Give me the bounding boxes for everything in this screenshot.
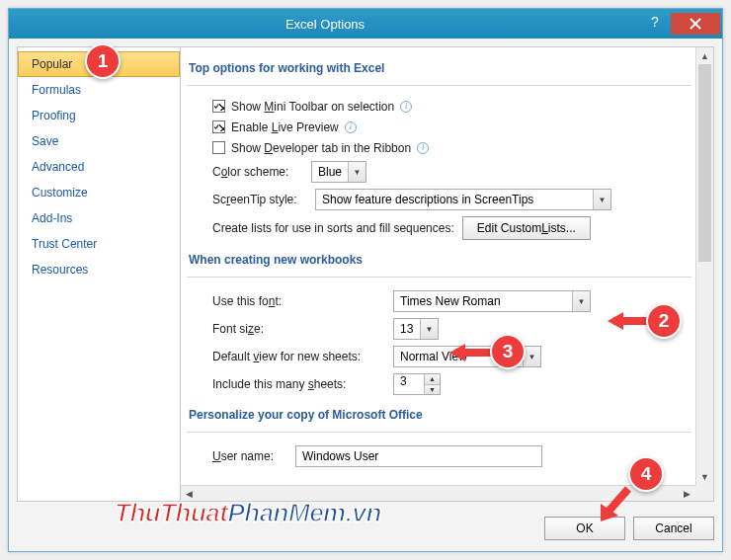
annotation-arrow-3 bbox=[449, 342, 493, 363]
screentip-label: ScreenTip style: bbox=[212, 193, 307, 206]
sidebar-item-resources[interactable]: Resources bbox=[18, 257, 180, 282]
spinner-arrows[interactable]: ▲▼ bbox=[424, 374, 440, 394]
sidebar-item-label: Formulas bbox=[32, 83, 81, 97]
sidebar-item-trustcenter[interactable]: Trust Center bbox=[18, 231, 180, 257]
font-combo[interactable]: Times New Roman ▼ bbox=[393, 290, 591, 312]
help-button[interactable]: ? bbox=[641, 14, 669, 34]
sidebar-item-advanced[interactable]: Advanced bbox=[18, 154, 180, 180]
developer-tab-checkbox[interactable] bbox=[212, 141, 225, 154]
username-value: Windows User bbox=[302, 449, 378, 463]
chevron-down-icon: ▼ bbox=[572, 291, 590, 311]
font-label: Use this font: bbox=[212, 294, 385, 308]
sidebar-item-label: Advanced bbox=[32, 160, 84, 174]
sheets-value: 3 bbox=[394, 374, 424, 394]
mini-toolbar-checkbox[interactable] bbox=[212, 100, 225, 113]
window-title: Excel Options bbox=[9, 17, 641, 32]
live-preview-checkbox[interactable] bbox=[212, 120, 225, 133]
sheets-spinner[interactable]: 3 ▲▼ bbox=[393, 373, 441, 395]
annotation-badge-4: 4 bbox=[628, 456, 664, 492]
font-size-combo[interactable]: 13 ▼ bbox=[393, 318, 439, 340]
mini-toolbar-label: Show Mini Toolbar on selection bbox=[231, 100, 394, 114]
custom-lists-label: Create lists for use in sorts and fill s… bbox=[212, 221, 454, 235]
annotation-badge-1: 1 bbox=[85, 43, 121, 79]
live-preview-label: Enable Live Preview bbox=[231, 120, 339, 134]
scrollbar-corner bbox=[695, 485, 713, 501]
sidebar-item-formulas[interactable]: Formulas bbox=[18, 77, 180, 103]
sidebar-item-label: Trust Center bbox=[32, 237, 97, 251]
sidebar-item-label: Save bbox=[32, 134, 58, 148]
sidebar-item-label: Customize bbox=[32, 186, 88, 200]
sidebar-item-addins[interactable]: Add-Ins bbox=[18, 205, 180, 231]
font-size-value: 13 bbox=[394, 322, 420, 336]
screentip-value: Show feature descriptions in ScreenTips bbox=[316, 193, 593, 206]
annotation-arrow-4 bbox=[597, 486, 636, 525]
info-icon: i bbox=[400, 101, 412, 113]
color-scheme-value: Blue bbox=[312, 165, 348, 179]
sidebar-item-label: Popular bbox=[32, 57, 72, 71]
info-icon: i bbox=[345, 121, 357, 133]
close-icon bbox=[690, 18, 701, 30]
username-input[interactable]: Windows User bbox=[295, 445, 542, 467]
chevron-down-icon: ▼ bbox=[420, 319, 438, 339]
category-sidebar: Popular Formulas Proofing Save Advanced … bbox=[17, 46, 181, 502]
sidebar-item-save[interactable]: Save bbox=[18, 128, 180, 154]
default-view-label: Default view for new sheets: bbox=[212, 350, 385, 363]
sheets-label: Include this many sheets: bbox=[212, 377, 385, 391]
close-button[interactable] bbox=[671, 13, 720, 35]
section-heading-top: Top options for working with Excel bbox=[187, 51, 691, 86]
annotation-badge-2: 2 bbox=[646, 303, 682, 339]
titlebar: Excel Options ? bbox=[9, 9, 722, 39]
section-heading-personalize: Personalize your copy of Microsoft Offic… bbox=[187, 398, 691, 433]
font-size-label: Font size: bbox=[212, 322, 385, 336]
color-scheme-label: Color scheme: bbox=[212, 165, 303, 179]
chevron-down-icon: ▼ bbox=[593, 190, 610, 209]
scrollbar-thumb[interactable] bbox=[698, 64, 711, 262]
developer-tab-label: Show Developer tab in the Ribbon bbox=[231, 141, 411, 155]
screentip-combo[interactable]: Show feature descriptions in ScreenTips … bbox=[315, 189, 611, 210]
section-heading-newwb: When creating new workbooks bbox=[187, 243, 691, 278]
excel-options-dialog: Excel Options ? Popular Formulas Proofin… bbox=[8, 8, 723, 552]
color-scheme-combo[interactable]: Blue ▼ bbox=[311, 161, 366, 183]
info-icon: i bbox=[417, 142, 429, 154]
options-main-panel: Top options for working with Excel Show … bbox=[181, 46, 714, 502]
cancel-button-label: Cancel bbox=[655, 521, 691, 535]
annotation-arrow-2 bbox=[608, 310, 649, 332]
sidebar-item-proofing[interactable]: Proofing bbox=[18, 103, 180, 128]
watermark: ThuThuatPhanMem.vn bbox=[115, 498, 381, 528]
sidebar-item-customize[interactable]: Customize bbox=[18, 180, 180, 205]
sidebar-item-label: Proofing bbox=[32, 109, 76, 122]
scroll-down-icon[interactable]: ▼ bbox=[696, 468, 713, 485]
font-value: Times New Roman bbox=[394, 294, 572, 308]
scroll-right-icon[interactable]: ▶ bbox=[679, 486, 695, 501]
scroll-up-icon[interactable]: ▲ bbox=[696, 47, 713, 64]
sidebar-item-label: Resources bbox=[32, 263, 88, 277]
ok-button-label: OK bbox=[576, 521, 593, 535]
vertical-scrollbar[interactable]: ▲ ▼ bbox=[695, 47, 713, 485]
cancel-button[interactable]: Cancel bbox=[633, 517, 714, 540]
chevron-down-icon: ▼ bbox=[348, 162, 366, 182]
username-label: User name: bbox=[212, 449, 287, 463]
sidebar-item-label: Add-Ins bbox=[32, 211, 72, 225]
annotation-badge-3: 3 bbox=[490, 334, 526, 369]
edit-custom-lists-button[interactable]: Edit Custom Lists... bbox=[462, 216, 591, 240]
